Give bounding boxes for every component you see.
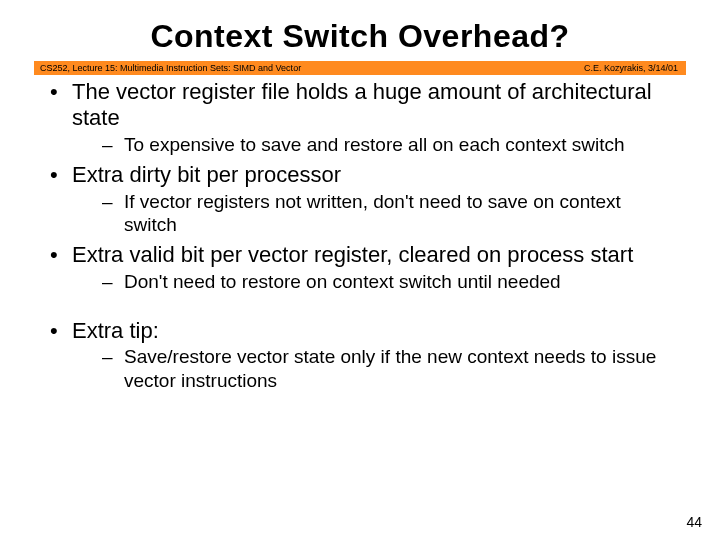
sub-list: If vector registers not written, don't n… <box>72 190 674 236</box>
bullet-item: Extra tip: Save/restore vector state onl… <box>46 318 674 392</box>
sub-list: Save/restore vector state only if the ne… <box>72 345 674 391</box>
spacer <box>46 300 674 314</box>
sub-item: If vector registers not written, don't n… <box>72 190 674 236</box>
bullet-item: Extra dirty bit per processor If vector … <box>46 162 674 236</box>
bullet-text: Extra dirty bit per processor <box>72 162 341 187</box>
bullet-list: The vector register file holds a huge am… <box>46 79 674 294</box>
bullet-text: Extra valid bit per vector register, cle… <box>72 242 633 267</box>
page-number: 44 <box>686 514 702 530</box>
bullet-item: Extra valid bit per vector register, cle… <box>46 242 674 293</box>
bullet-text: The vector register file holds a huge am… <box>72 79 652 130</box>
bullet-text: Extra tip: <box>72 318 159 343</box>
sub-item: To expensive to save and restore all on … <box>72 133 674 156</box>
bullet-item: The vector register file holds a huge am… <box>46 79 674 156</box>
sub-item: Don't need to restore on context switch … <box>72 270 674 293</box>
sub-item: Save/restore vector state only if the ne… <box>72 345 674 391</box>
slide-title: Context Switch Overhead? <box>0 0 720 61</box>
slide-content: The vector register file holds a huge am… <box>0 79 720 392</box>
banner-right: C.E. Kozyrakis, 3/14/01 <box>584 63 678 73</box>
sub-list: To expensive to save and restore all on … <box>72 133 674 156</box>
bullet-list: Extra tip: Save/restore vector state onl… <box>46 318 674 392</box>
header-banner: CS252, Lecture 15: Multimedia Instructio… <box>34 61 686 75</box>
sub-list: Don't need to restore on context switch … <box>72 270 674 293</box>
banner-left: CS252, Lecture 15: Multimedia Instructio… <box>40 63 301 73</box>
